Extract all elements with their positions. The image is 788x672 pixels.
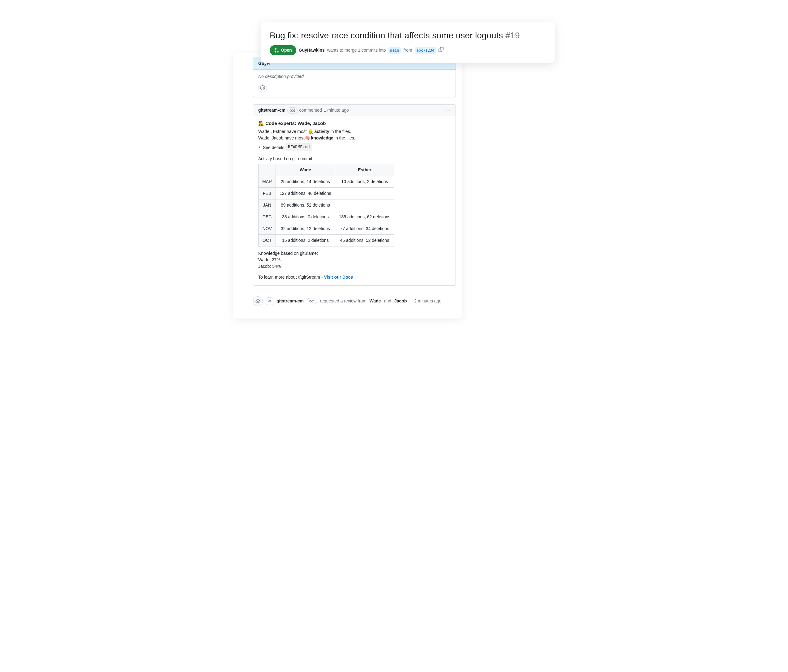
pr-state-badge: Open — [270, 45, 296, 56]
pr-description-comment: GuyH No description provided. — [253, 57, 456, 97]
table-row: MAR25 additions, 14 deletions10 addition… — [259, 176, 394, 187]
pr-title-text: Bug fix: resolve race condition that aff… — [270, 31, 503, 40]
merge-text-mid: from — [404, 47, 412, 54]
esther-cell — [335, 199, 394, 211]
detective-icon: 🕵️ — [258, 121, 264, 126]
comment-timestamp[interactable]: 1 minute ago — [324, 107, 349, 113]
table-header-wade: Wade — [276, 164, 335, 176]
knowledge-post: in the files. — [334, 135, 355, 140]
head-branch[interactable]: abc-1234 — [415, 47, 436, 54]
wade-cell: 25 additions, 14 deletions — [276, 176, 335, 187]
pr-title: Bug fix: resolve race condition that aff… — [270, 29, 546, 42]
month-cell: FEB — [259, 187, 276, 199]
no-description-text: No description provided. — [258, 73, 451, 80]
knowledge-word: knowledge — [311, 135, 334, 140]
pr-number: #19 — [505, 31, 520, 40]
table-header-esther: Esther — [335, 164, 394, 176]
knowledge-section-label: Knowledge based on gitBlame: — [258, 250, 451, 257]
esther-cell: 77 additions, 34 deletions — [335, 222, 394, 234]
table-row: FEB127 additions, 46 deletions — [259, 187, 394, 199]
activity-pre: Wade , Esther have most — [258, 129, 308, 134]
construction-icon: 👷 — [308, 129, 313, 134]
month-cell: DEC — [259, 211, 276, 222]
copy-icon[interactable] — [438, 47, 443, 54]
docs-pre-text: To learn more about /:\gitStream - — [258, 275, 324, 280]
month-cell: NOV — [259, 222, 276, 234]
comment-body: No description provided. — [253, 70, 456, 97]
table-row: NOV32 additions, 12 deletions77 addition… — [259, 222, 394, 234]
table-row: DEC38 additions, 0 deletions135 addition… — [259, 211, 394, 222]
knowledge-row: Jacob: 54% — [258, 263, 451, 270]
activity-section-label: Activity based on git-commit: — [258, 156, 451, 162]
knowledge-section: Knowledge based on gitBlame: Wade: 27% J… — [258, 250, 451, 270]
esther-cell: 135 additions, 62 deletions — [335, 211, 394, 222]
activity-word: activity — [314, 129, 329, 134]
merge-text-pre: wants to merge 1 commits into — [327, 47, 386, 54]
gitstream-mini-logo[interactable]: /:\ — [266, 297, 273, 305]
review-requested-event: /:\ gitstream-cm bot requested a review … — [253, 296, 456, 306]
pr-header-card: Bug fix: resolve race condition that aff… — [261, 22, 555, 63]
table-row: JAN89 additions, 52 deletions — [259, 199, 394, 211]
conversation-thread: GuyH No description provided. /:\ g — [233, 52, 462, 319]
knowledge-pre: Wade, Jacob have most — [258, 135, 305, 140]
base-branch[interactable]: main — [388, 47, 401, 54]
activity-post: in the files. — [329, 129, 351, 134]
pr-state-text: Open — [281, 47, 292, 54]
wade-cell: 32 additions, 12 deletions — [276, 222, 335, 234]
requested-review-text: requested a review from — [320, 298, 367, 304]
visit-docs-link[interactable]: Visit our Docs — [324, 275, 353, 280]
event-actor[interactable]: gitstream-cm — [276, 298, 304, 304]
kebab-menu-icon[interactable]: ··· — [446, 107, 451, 113]
wade-cell: 38 additions, 0 deletions — [276, 211, 335, 222]
table-header-blank — [259, 164, 276, 176]
activity-summary-line: Wade , Esther have most 👷 activity in th… — [258, 128, 451, 135]
commented-word: commented — [299, 107, 322, 113]
esther-cell: 10 additions, 2 deletions — [335, 176, 394, 187]
eye-badge — [253, 296, 263, 306]
bot-label: bot — [307, 298, 317, 304]
comment-author[interactable]: gitstream-cm — [258, 107, 286, 113]
esther-cell — [335, 187, 394, 199]
git-pull-request-icon — [274, 48, 279, 53]
smiley-icon — [260, 85, 265, 90]
docs-line: To learn more about /:\gitStream - Visit… — [258, 274, 451, 281]
comment-header: gitstream-cm bot commented 1 minute ago … — [253, 105, 456, 116]
code-experts-heading: 🕵️ Code experts: Wade, Jacob — [258, 120, 451, 127]
month-cell: OCT — [259, 234, 276, 246]
gitstream-comment: gitstream-cm bot commented 1 minute ago … — [253, 104, 456, 286]
event-timestamp[interactable]: 2 minutes ago — [414, 298, 441, 304]
see-details-label: See details — [263, 145, 284, 151]
see-details-toggle[interactable]: ▼ See details — [258, 145, 284, 151]
caret-down-icon: ▼ — [258, 145, 261, 150]
bot-label: bot — [287, 107, 297, 113]
month-cell: MAR — [259, 176, 276, 187]
brain-icon: 🧠 — [305, 135, 310, 140]
pr-meta-row: Open GuyHawkins wants to merge 1 commits… — [270, 45, 546, 56]
wade-cell: 15 additions, 2 deletions — [276, 234, 335, 246]
add-reaction-button[interactable] — [258, 84, 267, 92]
and-text: and — [384, 298, 391, 304]
pr-author[interactable]: GuyHawkins — [299, 47, 325, 54]
file-chip[interactable]: README.md — [286, 143, 312, 151]
comment-body: 🕵️ Code experts: Wade, Jacob Wade , Esth… — [253, 116, 456, 286]
reviewer-2[interactable]: Jacob — [394, 298, 407, 304]
month-cell: JAN — [259, 199, 276, 211]
knowledge-summary-line: Wade, Jacob have most🧠 knowledge in the … — [258, 135, 451, 141]
esther-cell: 45 additions, 52 deletions — [335, 234, 394, 246]
eye-icon — [256, 299, 261, 304]
wade-cell: 127 additions, 46 deletions — [276, 187, 335, 199]
reviewer-1[interactable]: Wade — [370, 298, 381, 304]
activity-table: Wade Esther MAR25 additions, 14 deletion… — [258, 164, 394, 246]
table-row: OCT15 additions, 2 deletions45 additions… — [259, 234, 394, 246]
knowledge-row: Wade: 27% — [258, 257, 451, 263]
wade-cell: 89 additions, 52 deletions — [276, 199, 335, 211]
experts-heading-text: Code experts: Wade, Jacob — [265, 121, 326, 126]
